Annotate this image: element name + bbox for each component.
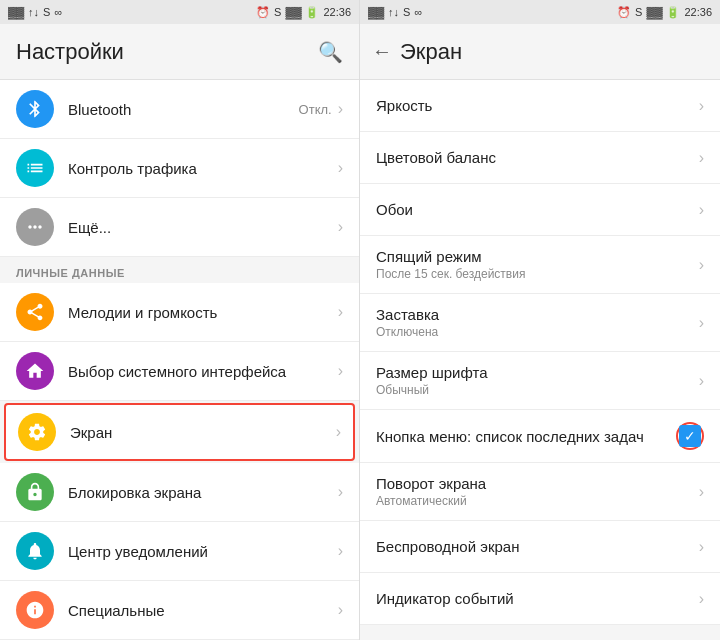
event-indicator-title: Индикатор событий	[376, 590, 699, 607]
sounds-icon	[16, 293, 54, 331]
setting-item-color-balance[interactable]: Цветовой баланс ›	[360, 132, 720, 184]
more-chevron: ›	[338, 218, 343, 236]
rotation-subtitle: Автоматический	[376, 494, 699, 508]
left-status-bar-left: ▓▓ ↑↓ S ∞	[8, 6, 62, 18]
notifications-icon	[16, 532, 54, 570]
traffic-text: Контроль трафика	[68, 160, 338, 177]
rotation-chevron: ›	[699, 483, 704, 501]
left-status-bar: ▓▓ ↑↓ S ∞ ⏰ S ▓▓ 🔋 22:36	[0, 0, 359, 24]
r-alarm-icon: ⏰	[617, 6, 631, 19]
menu-button-checkbox-wrap[interactable]: ✓	[676, 422, 704, 450]
setting-item-screensaver[interactable]: Заставка Отключена ›	[360, 294, 720, 352]
sounds-title: Мелодии и громкость	[68, 304, 338, 321]
signal-icon: ▓▓	[8, 6, 24, 18]
sync-icon: S	[274, 6, 281, 18]
battery-icon: 🔋	[305, 6, 319, 19]
interface-icon	[16, 352, 54, 390]
right-status-bar: ▓▓ ↑↓ S ∞ ⏰ S ▓▓ 🔋 22:36	[360, 0, 720, 24]
setting-item-bluetooth[interactable]: Bluetooth Откл. ›	[0, 80, 359, 139]
notifications-text: Центр уведомлений	[68, 543, 338, 560]
menu-button-text: Кнопка меню: список последних задач	[376, 428, 676, 445]
interface-chevron: ›	[338, 362, 343, 380]
setting-item-sleep[interactable]: Спящий режим После 15 сек. бездействия ›	[360, 236, 720, 294]
r-time: 22:36	[684, 6, 712, 18]
alarm-icon: ⏰	[256, 6, 270, 19]
infinity-icon: ∞	[54, 6, 62, 18]
bluetooth-value: Откл.	[299, 102, 332, 117]
wireless-display-text: Беспроводной экран	[376, 538, 699, 555]
setting-item-notifications[interactable]: Центр уведомлений ›	[0, 522, 359, 581]
data-icon: ↑↓	[28, 6, 39, 18]
setting-item-wallpaper[interactable]: Обои ›	[360, 184, 720, 236]
screen-title: Экран	[70, 424, 336, 441]
font-size-title: Размер шрифта	[376, 364, 699, 381]
bluetooth-text: Bluetooth	[68, 101, 299, 118]
r-infinity-icon: ∞	[414, 6, 422, 18]
r-data-icon: ↑↓	[388, 6, 399, 18]
setting-item-sounds[interactable]: Мелодии и громкость ›	[0, 283, 359, 342]
setting-item-brightness[interactable]: Яркость ›	[360, 80, 720, 132]
right-header: ← Экран	[360, 24, 720, 80]
left-header: Настройки 🔍	[0, 24, 359, 80]
more-text: Ещё...	[68, 219, 338, 236]
r-sync-icon: S	[635, 6, 642, 18]
lock-chevron: ›	[338, 483, 343, 501]
setting-item-event-indicator[interactable]: Индикатор событий ›	[360, 573, 720, 625]
rotation-title: Поворот экрана	[376, 475, 699, 492]
setting-item-more[interactable]: Ещё... ›	[0, 198, 359, 257]
font-size-text: Размер шрифта Обычный	[376, 364, 699, 397]
traffic-icon	[16, 149, 54, 187]
wallpaper-chevron: ›	[699, 201, 704, 219]
bluetooth-chevron: ›	[338, 100, 343, 118]
r-signal-icon: ▓▓	[368, 6, 384, 18]
setting-item-interface[interactable]: Выбор системного интерфейса ›	[0, 342, 359, 401]
time-left: 22:36	[323, 6, 351, 18]
notifications-chevron: ›	[338, 542, 343, 560]
setting-item-lock[interactable]: Блокировка экрана ›	[0, 463, 359, 522]
sleep-title: Спящий режим	[376, 248, 699, 265]
setting-item-screen[interactable]: Экран ›	[4, 403, 355, 461]
setting-item-menu-button[interactable]: Кнопка меню: список последних задач ✓	[360, 410, 720, 463]
r-wifi-icon: ▓▓	[646, 6, 662, 18]
r-battery-icon: 🔋	[666, 6, 680, 19]
setting-item-special[interactable]: Специальные ›	[0, 581, 359, 640]
wireless-display-chevron: ›	[699, 538, 704, 556]
left-panel: ▓▓ ↑↓ S ∞ ⏰ S ▓▓ 🔋 22:36 Настройки 🔍 B	[0, 0, 360, 640]
screen-chevron: ›	[336, 423, 341, 441]
menu-button-checkbox[interactable]: ✓	[679, 425, 701, 447]
right-status-bar-left: ▓▓ ↑↓ S ∞	[368, 6, 422, 18]
bluetooth-title: Bluetooth	[68, 101, 299, 118]
notifications-title: Центр уведомлений	[68, 543, 338, 560]
s-icon: S	[43, 6, 50, 18]
color-balance-chevron: ›	[699, 149, 704, 167]
setting-item-traffic[interactable]: Контроль трафика ›	[0, 139, 359, 198]
event-indicator-chevron: ›	[699, 590, 704, 608]
sounds-chevron: ›	[338, 303, 343, 321]
event-indicator-text: Индикатор событий	[376, 590, 699, 607]
back-button[interactable]: ←	[372, 40, 392, 63]
r-s-icon: S	[403, 6, 410, 18]
setting-item-rotation[interactable]: Поворот экрана Автоматический ›	[360, 463, 720, 521]
setting-item-font-size[interactable]: Размер шрифта Обычный ›	[360, 352, 720, 410]
section-personal-label: ЛИЧНЫЕ ДАННЫЕ	[0, 257, 359, 283]
special-text: Специальные	[68, 602, 338, 619]
sleep-subtitle: После 15 сек. бездействия	[376, 267, 699, 281]
special-title: Специальные	[68, 602, 338, 619]
right-status-bar-right: ⏰ S ▓▓ 🔋 22:36	[617, 6, 712, 19]
right-header-title: Экран	[400, 39, 462, 65]
color-balance-title: Цветовой баланс	[376, 149, 699, 166]
special-chevron: ›	[338, 601, 343, 619]
bluetooth-icon	[16, 90, 54, 128]
left-settings-list: Bluetooth Откл. › Контроль трафика ›	[0, 80, 359, 640]
right-panel: ▓▓ ↑↓ S ∞ ⏰ S ▓▓ 🔋 22:36 ← Экран Яркость…	[360, 0, 720, 640]
search-icon[interactable]: 🔍	[318, 40, 343, 64]
special-icon	[16, 591, 54, 629]
menu-button-title: Кнопка меню: список последних задач	[376, 428, 676, 445]
setting-item-wireless-display[interactable]: Беспроводной экран ›	[360, 521, 720, 573]
interface-title: Выбор системного интерфейса	[68, 363, 338, 380]
screensaver-chevron: ›	[699, 314, 704, 332]
more-icon	[16, 208, 54, 246]
more-title: Ещё...	[68, 219, 338, 236]
wallpaper-text: Обои	[376, 201, 699, 218]
left-header-title: Настройки	[16, 39, 318, 65]
